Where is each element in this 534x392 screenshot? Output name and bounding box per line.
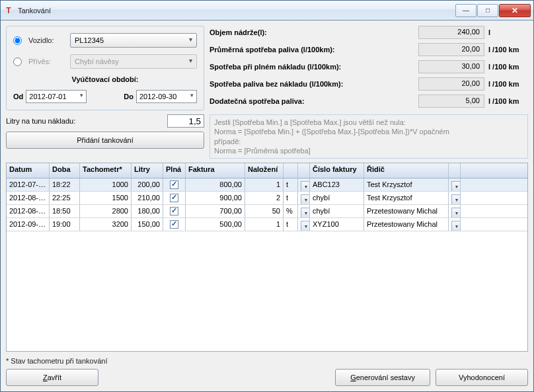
chevron-down-icon[interactable]: ▾ (301, 181, 310, 191)
vehicle-radio[interactable] (13, 36, 22, 45)
cell-faktura: 500,00 (186, 218, 245, 231)
th-plna[interactable]: Plná (163, 163, 186, 178)
cell-unit-dropdown[interactable]: ▾ (298, 205, 310, 217)
period-from-combo[interactable]: 2012-07-01 (26, 90, 87, 103)
cell-ridic-dropdown[interactable]: ▾ (449, 205, 461, 217)
th-datum[interactable]: Datum (7, 163, 50, 178)
close-button[interactable]: ✕ (499, 4, 531, 17)
cell-unit-dropdown[interactable]: ▾ (298, 178, 310, 191)
cell-faktura: 800,00 (186, 178, 245, 191)
cell-ridic-dropdown[interactable]: ▾ (449, 192, 461, 204)
table-row[interactable]: 2012-08-3018:502800180,00700,0050%▾chybí… (7, 205, 527, 218)
cell-doba: 22:25 (50, 192, 80, 204)
vehicle-combo[interactable]: PL12345 (70, 33, 197, 48)
trailer-radio[interactable] (13, 58, 22, 66)
cell-nalozeni: 50 (245, 205, 284, 217)
cell-unit-dropdown[interactable]: ▾ (298, 192, 310, 204)
cell-ridic-dropdown[interactable]: ▾ (449, 218, 461, 231)
generate-report-button[interactable]: Generování sestavy (335, 369, 430, 386)
empty-value: 20,00 (418, 77, 484, 91)
cell-unit-dropdown[interactable]: ▾ (298, 218, 310, 231)
cell-cf: chybí (310, 192, 364, 204)
chevron-down-icon[interactable]: ▾ (301, 194, 310, 204)
trailer-label: Přívěs: (28, 58, 65, 65)
cell-nalozeni: 2 (245, 192, 284, 204)
chevron-down-icon[interactable]: ▾ (451, 181, 461, 191)
cell-plna[interactable] (163, 218, 186, 231)
table-row[interactable]: 2012-09-0219:003200150,00500,001t▾XYZ100… (7, 218, 527, 231)
th-dd (298, 163, 310, 178)
th-dd2 (449, 163, 461, 178)
vehicle-combo-value: PL12345 (75, 36, 104, 44)
maximize-button[interactable]: □ (477, 4, 498, 17)
close-dialog-button[interactable]: Zavřít (6, 369, 98, 386)
cell-nalozeni: 1 (245, 178, 284, 191)
th-tacho[interactable]: Tachometr* (80, 163, 132, 178)
cell-tacho: 1000 (80, 178, 132, 191)
stats-box: Objem nádrže(l): 240,00 l Průměrná spotř… (210, 26, 528, 110)
cell-ridic-dropdown[interactable]: ▾ (449, 178, 461, 191)
cell-ridic: Przetestowany Michal (364, 218, 449, 231)
th-litry[interactable]: Litry (132, 163, 163, 178)
period-from-label: Od (13, 93, 23, 100)
add-fueling-button[interactable]: Přidání tankování (6, 132, 204, 149)
vehicle-label: Vozidlo: (28, 36, 65, 44)
checkbox-icon[interactable] (170, 194, 178, 202)
cell-ridic: Test Krzysztof (364, 192, 449, 204)
avg-unit: l /100 km (488, 46, 528, 54)
th-faktura[interactable]: Faktura (186, 163, 245, 178)
th-cf[interactable]: Číslo faktury (310, 163, 364, 178)
minimize-button[interactable]: — (455, 4, 477, 17)
period-to-label: Do (124, 93, 134, 100)
extra-label: Dodatečná spotřeba paliva: (210, 97, 414, 105)
chevron-down-icon[interactable]: ▾ (451, 194, 461, 204)
bottom-buttons: Zavřít Generování sestavy Vyhodonocení (6, 369, 528, 386)
titlebar: T Tankování — □ ✕ (1, 1, 533, 20)
cell-unit: % (284, 205, 298, 217)
vehicle-period-box: Vozidlo: PL12345 Přívěs: Chybí návěsy Vy… (6, 26, 204, 110)
window-title: Tankování (18, 7, 455, 15)
trailer-combo: Chybí návěsy (70, 54, 197, 69)
cell-unit: t (284, 192, 298, 204)
period-to-combo[interactable]: 2012-09-30 (136, 90, 197, 103)
chevron-down-icon[interactable]: ▾ (301, 208, 310, 217)
cell-doba: 19:00 (50, 218, 80, 231)
cell-faktura: 900,00 (186, 192, 245, 204)
th-ridic[interactable]: Řidič (364, 163, 449, 178)
cell-doba: 18:50 (50, 205, 80, 217)
table-row[interactable]: 2012-07-3018:221000200,00800,001t▾ABC123… (7, 178, 527, 192)
formula-box: Jestli [Spotřeba Min.] a [Spotřeba Max.]… (210, 114, 528, 159)
tank-label: Objem nádrže(l): (210, 28, 414, 36)
vehicle-row: Vozidlo: PL12345 (13, 33, 197, 48)
cell-tacho: 3200 (80, 218, 132, 231)
th-nalozeni[interactable]: Naložení (245, 163, 284, 178)
chevron-down-icon[interactable]: ▾ (451, 221, 461, 231)
litry-label: Litry na tunu nákladu: (6, 117, 163, 125)
cell-litry: 180,00 (132, 205, 163, 217)
period-from-value: 2012-07-01 (29, 93, 66, 100)
period-row: Od 2012-07-01 Do 2012-09-30 (13, 90, 197, 103)
period-title: Vyúčtovací období: (13, 75, 197, 83)
cell-ridic: Przetestowany Michal (364, 205, 449, 217)
evaluation-button[interactable]: Vyhodonocení (436, 369, 528, 386)
checkbox-icon[interactable] (170, 207, 178, 216)
period-to-value: 2012-09-30 (139, 93, 176, 100)
cell-datum: 2012-08-30 (7, 205, 50, 217)
cell-plna[interactable] (163, 205, 186, 217)
chevron-down-icon[interactable]: ▾ (301, 221, 310, 231)
table-row[interactable]: 2012-08-0822:251500210,00900,002t▾chybíT… (7, 192, 527, 205)
cell-litry: 150,00 (132, 218, 163, 231)
cell-plna[interactable] (163, 192, 186, 204)
cell-litry: 210,00 (132, 192, 163, 204)
cell-doba: 18:22 (50, 178, 80, 191)
empty-unit: l /100 km (488, 80, 528, 88)
checkbox-icon[interactable] (170, 220, 178, 229)
cell-ridic: Test Krzysztof (364, 178, 449, 191)
chevron-down-icon[interactable]: ▾ (451, 208, 461, 217)
empty-label: Spotřeba paliva bez nákladu (l/100km): (210, 80, 414, 88)
litry-input[interactable] (167, 114, 204, 128)
cell-plna[interactable] (163, 178, 186, 191)
checkbox-icon[interactable] (170, 180, 178, 189)
th-doba[interactable]: Doba (50, 163, 80, 178)
litry-row: Litry na tunu nákladu: (6, 114, 204, 128)
